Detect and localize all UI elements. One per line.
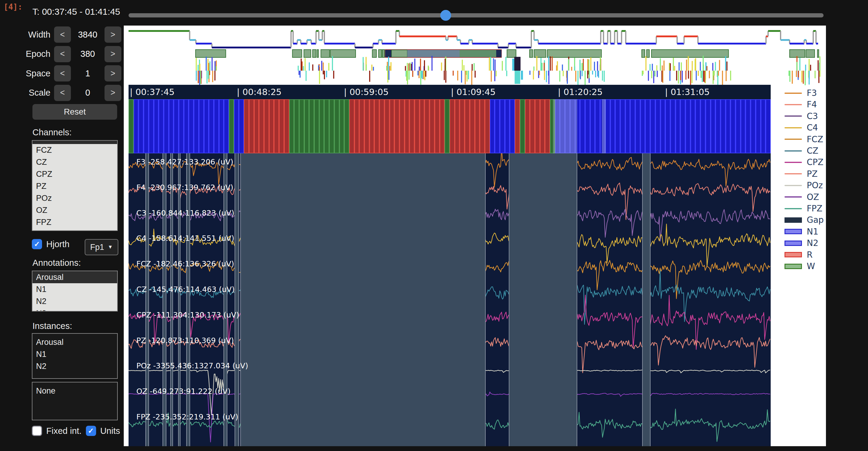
- epoch-N2[interactable]: [630, 99, 635, 153]
- epoch-R[interactable]: [274, 99, 279, 153]
- epoch-N2[interactable]: [766, 99, 771, 153]
- epoch-R[interactable]: [424, 99, 430, 153]
- epoch-R[interactable]: [249, 99, 254, 153]
- epoch-N2[interactable]: [184, 99, 189, 153]
- units-checkbox[interactable]: ✓: [86, 426, 96, 436]
- epoch-R[interactable]: [379, 99, 384, 153]
- epoch-R[interactable]: [435, 99, 440, 153]
- epoch-N2[interactable]: [720, 99, 726, 153]
- epoch-N2[interactable]: [490, 99, 495, 153]
- epoch-N2[interactable]: [209, 99, 214, 153]
- epoch-N2[interactable]: [741, 99, 746, 153]
- epoch-N2[interactable]: [500, 99, 505, 153]
- epoch-N2[interactable]: [144, 99, 149, 153]
- reference-dropdown[interactable]: Fp1 ▼: [85, 239, 118, 255]
- epoch-N2[interactable]: [585, 99, 590, 153]
- epoch-R[interactable]: [485, 99, 490, 153]
- epoch-N2[interactable]: [731, 99, 736, 153]
- epoch-W[interactable]: [304, 99, 309, 153]
- increment-button[interactable]: >: [104, 65, 121, 82]
- epoch-N2[interactable]: [239, 99, 244, 153]
- epoch-R[interactable]: [369, 99, 375, 153]
- epoch-R[interactable]: [390, 99, 395, 153]
- fixed-int-checkbox[interactable]: [32, 426, 42, 436]
- epoch-R[interactable]: [259, 99, 264, 153]
- list-item[interactable]: CPZ: [32, 168, 117, 180]
- epoch-N2[interactable]: [164, 99, 169, 153]
- epoch-R[interactable]: [450, 99, 455, 153]
- epoch-stage-strip[interactable]: [128, 99, 771, 153]
- increment-button[interactable]: >: [104, 26, 121, 43]
- epoch-W[interactable]: [299, 99, 304, 153]
- epoch-N2[interactable]: [690, 99, 695, 153]
- epoch-N2[interactable]: [510, 99, 515, 153]
- epoch-N2[interactable]: [169, 99, 174, 153]
- instances-listbox[interactable]: ArousalN1N2: [32, 333, 118, 379]
- epoch-R[interactable]: [354, 99, 360, 153]
- list-item[interactable]: OZ: [32, 204, 117, 216]
- plot-canvas[interactable]: | 00:37:45| 00:48:25| 00:59:05| 01:09:45…: [124, 26, 826, 446]
- epoch-N2[interactable]: [745, 99, 750, 153]
- epoch-N2[interactable]: [701, 99, 706, 153]
- epoch-N2[interactable]: [580, 99, 585, 153]
- epoch-R[interactable]: [420, 99, 425, 153]
- epoch-W[interactable]: [329, 99, 334, 153]
- epoch-R[interactable]: [535, 99, 540, 153]
- hjorth-checkbox[interactable]: ✓: [32, 239, 42, 249]
- list-item[interactable]: FPZ: [32, 216, 117, 228]
- epoch-N2[interactable]: [204, 99, 209, 153]
- channels-listbox[interactable]: FCZCZCPZPZPOzOZFPZ: [32, 140, 118, 231]
- epoch-N2[interactable]: [505, 99, 510, 153]
- epoch-N2[interactable]: [726, 99, 731, 153]
- trace-area[interactable]: F3 -258.427:133.206 (uV)F4 -230.967:139.…: [128, 153, 771, 446]
- epoch-N2[interactable]: [219, 99, 224, 153]
- epoch-W[interactable]: [344, 99, 349, 153]
- increment-button[interactable]: >: [104, 85, 121, 101]
- epoch-N2[interactable]: [134, 99, 139, 153]
- decrement-button[interactable]: <: [54, 65, 71, 82]
- epoch-N2[interactable]: [625, 99, 630, 153]
- epoch-N2[interactable]: [660, 99, 665, 153]
- reset-button[interactable]: Reset: [32, 104, 117, 120]
- epoch-N2[interactable]: [199, 99, 204, 153]
- epoch-N2[interactable]: [706, 99, 711, 153]
- epoch-N2[interactable]: [149, 99, 154, 153]
- epoch-W[interactable]: [324, 99, 329, 153]
- epoch-R[interactable]: [479, 99, 485, 153]
- epoch-R[interactable]: [394, 99, 399, 153]
- epoch-N2[interactable]: [159, 99, 164, 153]
- epoch-N2[interactable]: [590, 99, 595, 153]
- epoch-N2[interactable]: [640, 99, 646, 153]
- list-item[interactable]: Arousal: [32, 336, 117, 348]
- epoch-N2[interactable]: [685, 99, 690, 153]
- epoch-R[interactable]: [409, 99, 414, 153]
- epoch-R[interactable]: [545, 99, 550, 153]
- increment-button[interactable]: >: [104, 46, 121, 62]
- epoch-W[interactable]: [319, 99, 324, 153]
- epoch-R[interactable]: [470, 99, 475, 153]
- epoch-W[interactable]: [229, 99, 234, 153]
- epoch-R[interactable]: [284, 99, 289, 153]
- epoch-N2[interactable]: [655, 99, 660, 153]
- epoch-N2[interactable]: [179, 99, 184, 153]
- epoch-N2[interactable]: [711, 99, 716, 153]
- epoch-N2[interactable]: [670, 99, 676, 153]
- epoch-N2[interactable]: [715, 99, 720, 153]
- epoch-N2[interactable]: [214, 99, 219, 153]
- epoch-N2[interactable]: [138, 99, 144, 153]
- list-item[interactable]: POz: [32, 192, 117, 204]
- epoch-N2[interactable]: [665, 99, 670, 153]
- epoch-R[interactable]: [460, 99, 465, 153]
- list-item[interactable]: PZ: [32, 180, 117, 192]
- epoch-N2[interactable]: [635, 99, 640, 153]
- list-item[interactable]: FCZ: [32, 144, 117, 156]
- epoch-W[interactable]: [444, 99, 450, 153]
- epoch-R[interactable]: [430, 99, 435, 153]
- epoch-R[interactable]: [515, 99, 520, 153]
- epoch-R[interactable]: [264, 99, 269, 153]
- epoch-N2[interactable]: [234, 99, 239, 153]
- instance-selection-listbox[interactable]: None: [32, 382, 118, 420]
- epoch-W[interactable]: [314, 99, 319, 153]
- list-item[interactable]: CZ: [32, 156, 117, 168]
- epoch-N2[interactable]: [620, 99, 625, 153]
